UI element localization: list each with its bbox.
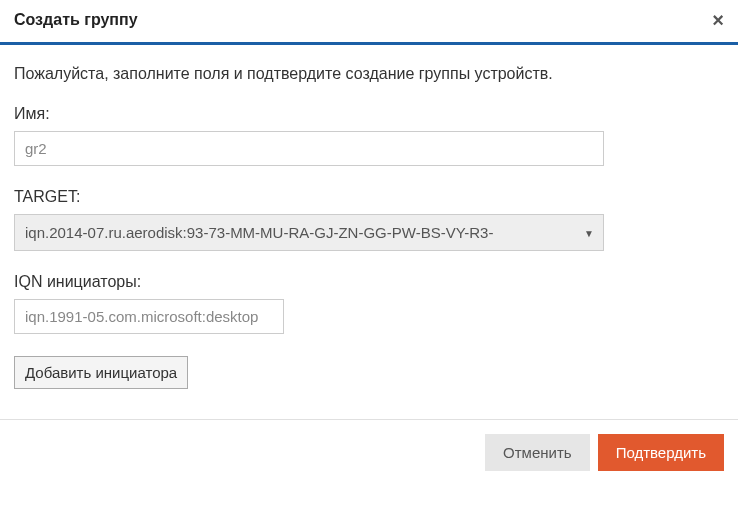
target-group: TARGET: iqn.2014-07.ru.aerodisk:93-73-MM… xyxy=(14,188,724,251)
modal-body: Пожалуйста, заполните поля и подтвердите… xyxy=(0,45,738,419)
name-input[interactable] xyxy=(14,131,604,166)
modal-title: Создать группу xyxy=(14,11,138,29)
name-label: Имя: xyxy=(14,105,724,123)
iqn-group: IQN инициаторы: xyxy=(14,273,724,334)
iqn-input[interactable] xyxy=(14,299,284,334)
name-group: Имя: xyxy=(14,105,724,166)
target-select-wrap: iqn.2014-07.ru.aerodisk:93-73-MM-MU-RA-G… xyxy=(14,214,604,251)
add-initiator-button[interactable]: Добавить инициатора xyxy=(14,356,188,389)
modal-footer: Отменить Подтвердить xyxy=(0,419,738,485)
modal-header: Создать группу × xyxy=(0,0,738,45)
iqn-label: IQN инициаторы: xyxy=(14,273,724,291)
target-select[interactable]: iqn.2014-07.ru.aerodisk:93-73-MM-MU-RA-G… xyxy=(14,214,604,251)
modal-description: Пожалуйста, заполните поля и подтвердите… xyxy=(14,65,724,83)
cancel-button[interactable]: Отменить xyxy=(485,434,590,471)
confirm-button[interactable]: Подтвердить xyxy=(598,434,724,471)
close-icon[interactable]: × xyxy=(712,10,724,30)
target-label: TARGET: xyxy=(14,188,724,206)
